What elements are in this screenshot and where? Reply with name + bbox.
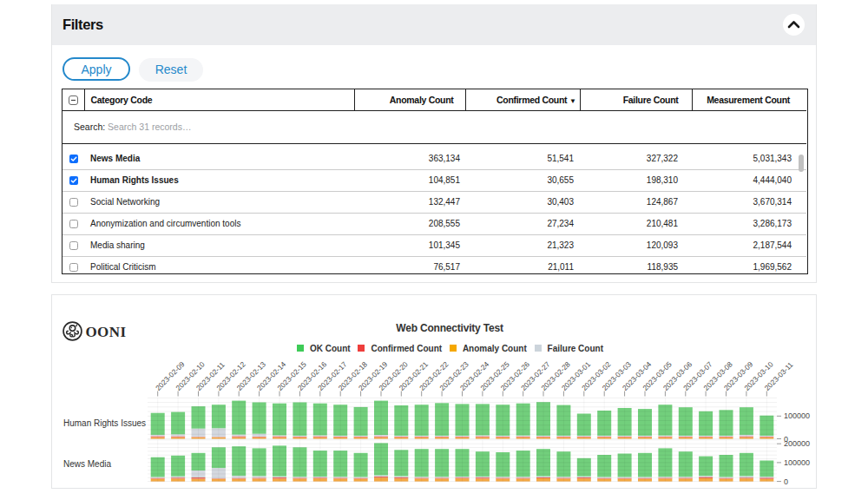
svg-text:100000: 100000 [784,411,810,420]
svg-text:200000: 200000 [784,439,810,448]
svg-text:Human Rights Issues: Human Rights Issues [63,418,146,428]
svg-text:0: 0 [784,477,788,486]
svg-text:100000: 100000 [784,458,810,467]
svg-text:News Media: News Media [63,459,111,469]
